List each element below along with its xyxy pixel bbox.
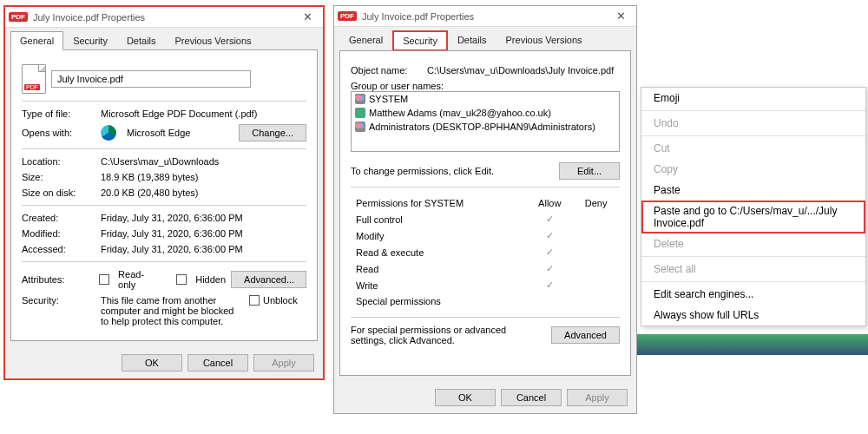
tab-general[interactable]: General xyxy=(339,30,392,51)
permission-row: Modify✓ xyxy=(352,228,618,243)
tab-general[interactable]: General xyxy=(10,31,63,50)
value-created: Friday, July 31, 2020, 6:36:00 PM xyxy=(101,213,243,223)
context-menu[interactable]: EmojiUndoCutCopyPastePaste and go to C:/… xyxy=(641,87,866,326)
perm-allow: ✓ xyxy=(527,212,572,227)
unblock-option[interactable]: Unblock xyxy=(249,295,298,306)
label-size: Size: xyxy=(22,172,95,182)
menu-separator xyxy=(641,256,865,257)
permission-row: Read✓ xyxy=(352,261,618,276)
value-location: C:\Users\mav_u\Downloads xyxy=(101,156,219,167)
label-opens-with: Opens with: xyxy=(22,128,95,138)
label-object-name: Object name: xyxy=(351,65,422,76)
tab-previous-versions[interactable]: Previous Versions xyxy=(496,30,592,51)
filename-input[interactable] xyxy=(51,70,251,88)
perm-deny xyxy=(574,212,618,227)
user-list-item[interactable]: Administrators (DESKTOP-8PHHAN9\Administ… xyxy=(352,120,619,134)
apply-button[interactable]: Apply xyxy=(253,354,314,372)
deny-header: Deny xyxy=(574,196,618,210)
change-perm-text: To change permissions, click Edit. xyxy=(351,166,494,176)
user-list-item[interactable]: Matthew Adams (mav_uk28@yahoo.co.uk) xyxy=(352,106,619,120)
permission-row: Write✓ xyxy=(352,278,618,293)
user-name: Matthew Adams (mav_uk28@yahoo.co.uk) xyxy=(369,108,551,118)
value-modified: Friday, July 31, 2020, 6:36:00 PM xyxy=(101,228,243,239)
perm-name: Read & execute xyxy=(352,245,525,260)
security-tab-content: Object name:C:\Users\mav_u\Downloads\Jul… xyxy=(339,50,631,376)
menu-item[interactable]: Edit search engines... xyxy=(641,284,865,305)
perm-allow xyxy=(527,294,572,308)
tab-strip: General Security Details Previous Versio… xyxy=(334,27,636,51)
value-opens-with: Microsoft Edge xyxy=(127,128,190,138)
menu-item[interactable]: Always show full URLs xyxy=(641,305,865,326)
user-list[interactable]: SYSTEMMatthew Adams (mav_uk28@yahoo.co.u… xyxy=(351,91,620,152)
unblock-checkbox[interactable] xyxy=(249,295,260,306)
close-icon[interactable]: ✕ xyxy=(609,10,633,23)
menu-separator xyxy=(641,110,865,111)
user-name: Administrators (DESKTOP-8PHHAN9\Administ… xyxy=(369,122,595,132)
properties-dialog-security: PDF July Invoice.pdf Properties ✕ Genera… xyxy=(333,5,637,414)
edit-button[interactable]: Edit... xyxy=(559,162,620,180)
apply-button[interactable]: Apply xyxy=(567,389,628,406)
dialog-buttons: OK Cancel Apply xyxy=(334,382,636,413)
tab-security[interactable]: Security xyxy=(63,31,117,50)
edge-icon xyxy=(101,125,116,141)
menu-item: Copy xyxy=(641,159,865,180)
hidden-checkbox[interactable] xyxy=(176,274,187,285)
general-tab-content: Type of file:Microsoft Edge PDF Document… xyxy=(10,49,318,341)
perm-allow: ✓ xyxy=(527,228,572,243)
perm-allow: ✓ xyxy=(527,278,572,293)
perm-deny xyxy=(574,245,618,260)
user-name: SYSTEM xyxy=(369,94,408,104)
unblock-label: Unblock xyxy=(263,295,298,306)
permission-row: Full control✓ xyxy=(352,212,618,227)
properties-dialog-general: PDF July Invoice.pdf Properties ✕ Genera… xyxy=(3,5,325,380)
value-size-on-disk: 20.0 KB (20,480 bytes) xyxy=(101,187,199,198)
pdf-file-icon xyxy=(22,64,46,94)
menu-item: Delete xyxy=(641,233,865,254)
close-icon[interactable]: ✕ xyxy=(296,10,319,23)
advanced-button[interactable]: Advanced xyxy=(551,326,620,344)
window-title: July Invoice.pdf Properties xyxy=(362,11,609,22)
readonly-label: Read-only xyxy=(118,269,161,290)
perm-allow: ✓ xyxy=(527,261,572,276)
perm-deny xyxy=(574,294,618,308)
cancel-button[interactable]: Cancel xyxy=(187,354,248,372)
perm-name: Read xyxy=(352,261,525,276)
permission-row: Special permissions xyxy=(352,294,618,308)
dialog-buttons: OK Cancel Apply xyxy=(5,347,323,378)
pdf-badge-icon: PDF xyxy=(9,12,28,22)
menu-item[interactable]: Emoji xyxy=(641,88,865,108)
menu-separator xyxy=(641,135,865,136)
security-text: This file came from another computer and… xyxy=(101,295,244,326)
ok-button[interactable]: OK xyxy=(435,389,496,406)
menu-separator xyxy=(641,281,865,282)
hidden-label: Hidden xyxy=(195,274,226,285)
label-group-users: Group or user names: xyxy=(351,81,620,91)
tab-details[interactable]: Details xyxy=(117,31,166,50)
perm-deny xyxy=(574,228,618,243)
label-attributes: Attributes: xyxy=(22,274,94,285)
cancel-button[interactable]: Cancel xyxy=(501,389,562,406)
menu-item[interactable]: Paste xyxy=(641,180,865,201)
window-title: July Invoice.pdf Properties xyxy=(33,12,296,23)
tab-previous-versions[interactable]: Previous Versions xyxy=(166,31,261,50)
label-type-of-file: Type of file: xyxy=(22,108,95,119)
ok-button[interactable]: OK xyxy=(122,354,182,372)
tab-security[interactable]: Security xyxy=(392,30,448,51)
perm-deny xyxy=(574,278,618,293)
perm-for-label: Permissions for SYSTEM xyxy=(352,196,525,210)
value-object-name: C:\Users\mav_u\Downloads\July Invoice.pd… xyxy=(427,65,614,76)
allow-header: Allow xyxy=(527,196,572,210)
special-perm-text: For special permissions or advanced sett… xyxy=(351,325,524,345)
readonly-checkbox[interactable] xyxy=(99,274,109,285)
perm-name: Modify xyxy=(352,228,525,243)
titlebar: PDF July Invoice.pdf Properties ✕ xyxy=(334,6,636,27)
user-list-item[interactable]: SYSTEM xyxy=(352,92,619,106)
change-button[interactable]: Change... xyxy=(239,124,306,141)
perm-name: Write xyxy=(352,278,525,293)
advanced-button[interactable]: Advanced... xyxy=(231,271,306,288)
permission-row: Read & execute✓ xyxy=(352,245,618,260)
tab-details[interactable]: Details xyxy=(448,30,496,51)
menu-item[interactable]: Paste and go to C:/Users/mav_u/.../July … xyxy=(641,201,865,233)
perm-allow: ✓ xyxy=(527,245,572,260)
value-type-of-file: Microsoft Edge PDF Document (.pdf) xyxy=(101,108,257,119)
